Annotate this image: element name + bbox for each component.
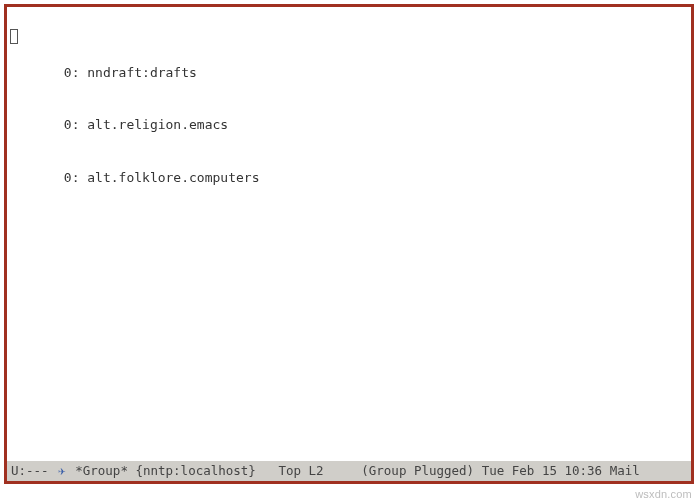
watermark: wsxdn.com (635, 488, 692, 500)
modeline-extra: Mail (610, 461, 640, 481)
group-name: nndraft:drafts (87, 65, 197, 80)
plane-icon: ✈ (58, 461, 66, 481)
group-count: 0 (64, 65, 72, 80)
modeline-line: L2 (309, 461, 324, 481)
modeline-status: U:--- (11, 461, 49, 481)
emacs-frame: 0: nndraft:drafts 0: alt.religion.emacs … (4, 4, 694, 484)
modeline-server: {nntp:localhost} (135, 461, 255, 481)
mode-line[interactable]: U:--- ✈ *Group* {nntp:localhost} Top L2 … (7, 461, 691, 481)
modeline-buffer-name: *Group* (75, 461, 128, 481)
group-line[interactable]: 0: alt.folklore.computers (9, 169, 689, 187)
group-name: alt.religion.emacs (87, 117, 228, 132)
text-cursor (10, 29, 18, 44)
modeline-datetime: Tue Feb 15 10:36 (482, 461, 602, 481)
gnus-group-buffer[interactable]: 0: nndraft:drafts 0: alt.religion.emacs … (7, 7, 691, 461)
group-count: 0 (64, 117, 72, 132)
group-count: 0 (64, 170, 72, 185)
group-name: alt.folklore.computers (87, 170, 259, 185)
group-line[interactable]: 0: nndraft:drafts (9, 64, 689, 82)
modeline-mode: (Group Plugged) (361, 461, 474, 481)
group-line[interactable]: 0: alt.religion.emacs (9, 116, 689, 134)
modeline-position: Top (278, 461, 301, 481)
